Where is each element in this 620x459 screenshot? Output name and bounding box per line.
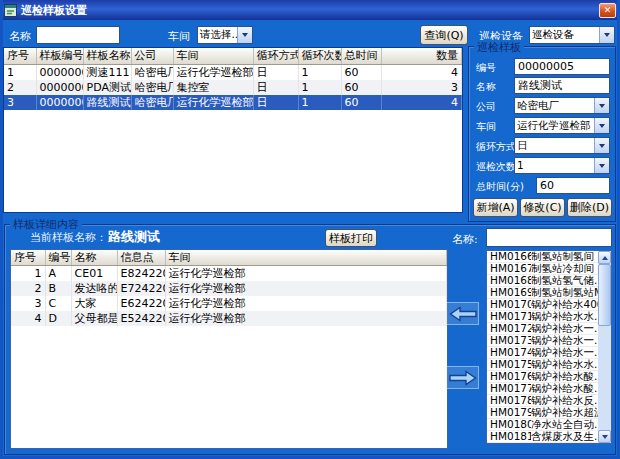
print-button[interactable]: 样板打印 (325, 229, 377, 247)
table-row[interactable]: 1ACE01E8242208运行化学巡检部 (11, 266, 447, 282)
code-field[interactable] (514, 58, 610, 75)
column-header[interactable]: 车间 (173, 48, 253, 64)
delete-button[interactable]: 删除(D) (567, 198, 612, 217)
infopoint-name: 含煤废水及生... (531, 431, 598, 442)
column-header[interactable]: 名称 (71, 250, 117, 266)
template-name-field[interactable] (514, 77, 610, 94)
scroll-up-button[interactable] (598, 251, 611, 264)
triangle-down-icon (602, 435, 608, 439)
column-header[interactable]: 公司 (131, 48, 173, 64)
table-row[interactable]: 300000005路线测试哈密电厂运行化学巡检部日1604 (4, 95, 462, 110)
modify-button[interactable]: 修改(C) (520, 198, 565, 217)
list-item[interactable]: HM0175锅炉补给水水... (487, 359, 598, 371)
infopoint-code: HM0169 (487, 287, 531, 298)
cell: 运行化学巡检部 (165, 281, 447, 296)
cell: 哈密电厂 (131, 64, 173, 80)
cell: 00000005 (36, 95, 83, 110)
close-icon: ✕ (604, 5, 612, 15)
triangle-up-icon (602, 256, 608, 260)
cell: 运行化学巡检部 (165, 296, 447, 311)
editor-workshop-dropdown[interactable]: 运行化学巡检部 (514, 117, 610, 134)
cell: 发达咯的 (71, 281, 117, 296)
field-label-cycle-count: 巡检次数 (476, 160, 516, 174)
field-label-workshop: 车间 (476, 120, 496, 134)
detail-table-header-row: 序号编号名称信息点车间 (11, 250, 447, 266)
column-header[interactable]: 车间 (165, 250, 447, 266)
cell: 2 (4, 80, 36, 95)
chevron-down-icon[interactable] (594, 158, 609, 173)
infopoint-code: HM0176 (487, 371, 531, 382)
add-button[interactable]: 新增(A) (473, 198, 518, 217)
window: 巡检样板设置 ✕ 名称 车间 请选择... 查询(Q) 巡检设备 巡检设备 序号… (0, 0, 620, 459)
detail-table: 序号编号名称信息点车间 1ACE01E8242208运行化学巡检部2B发达咯的E… (11, 250, 447, 326)
picker-name-label: 名称: (452, 232, 478, 247)
list-item[interactable]: HM0173锅炉补给水一... (487, 335, 598, 347)
list-item[interactable]: HM0174锅炉补给水一... (487, 347, 598, 359)
scrollbar[interactable] (598, 251, 611, 443)
cell: 日 (253, 80, 298, 95)
list-item[interactable]: HM0168制氢站氢气储... (487, 275, 598, 287)
cell: 60 (341, 64, 381, 80)
chevron-down-icon[interactable] (594, 138, 609, 153)
table-row[interactable]: 4D父母都是E5242208运行化学巡检部 (11, 311, 447, 326)
table-row[interactable]: 200000004PDA测试哈密电厂集控室日1603 (4, 80, 462, 95)
list-item[interactable]: HM0178锅炉补给水反... (487, 395, 598, 407)
list-item[interactable]: HM0177锅炉补给水酸... (487, 383, 598, 395)
cell: 4 (11, 311, 45, 326)
list-item[interactable]: HM0167制氢站冷却间 (487, 263, 598, 275)
column-header[interactable]: 循环次数 (298, 48, 341, 64)
move-left-button[interactable] (446, 302, 479, 325)
column-header[interactable]: 循环方式 (253, 48, 298, 64)
chevron-down-icon[interactable] (594, 98, 609, 113)
column-header[interactable]: 序号 (11, 250, 45, 266)
table-row[interactable]: 3C大家E6242208运行化学巡检部 (11, 296, 447, 311)
list-item[interactable]: HM0172锅炉补给水一... (487, 323, 598, 335)
name-filter-input[interactable] (36, 26, 120, 44)
scroll-down-button[interactable] (598, 430, 611, 443)
cell: E5242208 (117, 311, 165, 326)
company-dropdown[interactable]: 哈密电厂 (514, 97, 610, 114)
cell: 3 (381, 80, 462, 95)
chevron-down-icon[interactable] (237, 27, 252, 43)
chevron-down-icon[interactable] (599, 27, 614, 43)
picker-name-input[interactable] (486, 228, 612, 247)
total-time-field[interactable] (536, 177, 610, 194)
cycle-count-dropdown[interactable]: 1 (514, 157, 610, 174)
list-item[interactable]: HM0169制氢站制氢站M... (487, 287, 598, 299)
list-item[interactable]: HM0179锅炉补给水超滤 (487, 407, 598, 419)
scrollbar-thumb[interactable] (598, 264, 611, 326)
device-dropdown[interactable]: 巡检设备 (529, 26, 615, 44)
column-header[interactable]: 序号 (4, 48, 36, 64)
column-header[interactable]: 编号 (45, 250, 71, 266)
infopoint-code: HM0179 (487, 407, 531, 418)
table-row[interactable]: 2B发达咯的E7242208运行化学巡检部 (11, 281, 447, 296)
infopoint-name: 制氢站制氢站M... (531, 287, 598, 298)
list-item[interactable]: HM0176锅炉补给水酸... (487, 371, 598, 383)
chevron-down-icon[interactable] (594, 118, 609, 133)
close-button[interactable]: ✕ (599, 3, 616, 18)
cell: 运行化学巡检部 (173, 64, 253, 80)
move-right-button[interactable] (446, 366, 479, 389)
cycle-mode-dropdown[interactable]: 日 (514, 137, 610, 154)
column-header[interactable]: 数量 (381, 48, 462, 64)
list-item[interactable]: HM0181含煤废水及生... (487, 431, 598, 443)
cell: 3 (11, 296, 45, 311)
field-label-cycle-mode: 循环方式 (476, 140, 516, 154)
column-header[interactable]: 信息点 (117, 250, 165, 266)
list-item[interactable]: HM0166制氢站制氢间 (487, 251, 598, 263)
infopoint-name: 锅炉补给水反... (531, 395, 598, 406)
query-button[interactable]: 查询(Q) (420, 25, 468, 45)
column-header[interactable]: 样板编号 (36, 48, 83, 64)
cell: 测速111 (83, 64, 131, 80)
infopoint-code: HM0175 (487, 359, 531, 370)
workshop-dropdown[interactable]: 请选择... (197, 26, 253, 44)
column-header[interactable]: 样板名称 (83, 48, 131, 64)
column-header[interactable]: 总时间 (341, 48, 381, 64)
cell: 4 (381, 64, 462, 80)
list-item[interactable]: HM0180净水站全自动... (487, 419, 598, 431)
list-item[interactable]: HM0171锅炉补给水水... (487, 311, 598, 323)
editor-group-title: 巡检样板 (474, 40, 524, 55)
cell: 哈密电厂 (131, 95, 173, 110)
list-item[interactable]: HM0170锅炉补给水400... (487, 299, 598, 311)
table-row[interactable]: 100000003测速111哈密电厂运行化学巡检部日1604 (4, 64, 462, 80)
